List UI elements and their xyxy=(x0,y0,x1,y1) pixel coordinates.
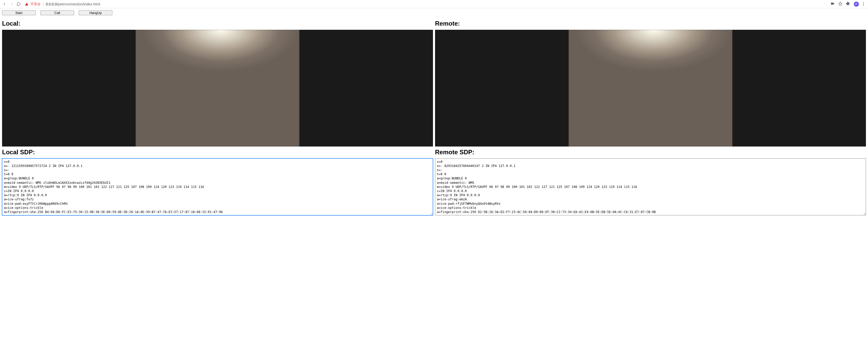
page-content: Start Call HangUp Local: Local SDP: Remo… xyxy=(0,8,868,220)
menu-icon[interactable] xyxy=(863,2,864,6)
divider: | xyxy=(43,2,44,6)
profile-avatar[interactable]: P xyxy=(854,2,859,7)
remote-sdp-textarea[interactable] xyxy=(435,158,866,215)
url-text: 0.0.0.0/peerconnection/index.html xyxy=(46,2,100,6)
back-button[interactable] xyxy=(2,2,7,6)
address-bar[interactable]: 不安全 | 0.0.0.0/peerconnection/index.html xyxy=(23,2,828,6)
remote-video xyxy=(435,30,866,147)
warning-icon xyxy=(25,2,29,6)
extensions-icon[interactable] xyxy=(846,2,850,6)
hangup-button[interactable]: HangUp xyxy=(79,10,113,15)
remote-video-frame xyxy=(569,30,732,147)
remote-sdp-heading: Remote SDP: xyxy=(435,149,866,156)
remote-column: Remote: Remote SDP: xyxy=(435,20,866,216)
local-video-frame xyxy=(136,30,299,147)
star-icon[interactable] xyxy=(838,2,842,6)
local-video xyxy=(2,30,433,147)
reload-button[interactable] xyxy=(17,2,21,6)
camera-icon[interactable] xyxy=(831,2,835,6)
local-sdp-heading: Local SDP: xyxy=(2,149,433,156)
local-heading: Local: xyxy=(2,20,433,27)
call-button[interactable]: Call xyxy=(40,10,74,15)
start-button[interactable]: Start xyxy=(2,10,36,15)
toolbar-right: P xyxy=(831,2,866,7)
remote-heading: Remote: xyxy=(435,20,866,27)
local-sdp-textarea[interactable] xyxy=(2,158,433,215)
local-column: Local: Local SDP: xyxy=(2,20,433,216)
insecure-label: 不安全 xyxy=(31,2,41,6)
browser-toolbar: 不安全 | 0.0.0.0/peerconnection/index.html … xyxy=(0,0,868,8)
forward-button[interactable] xyxy=(9,2,14,6)
button-row: Start Call HangUp xyxy=(2,10,866,15)
